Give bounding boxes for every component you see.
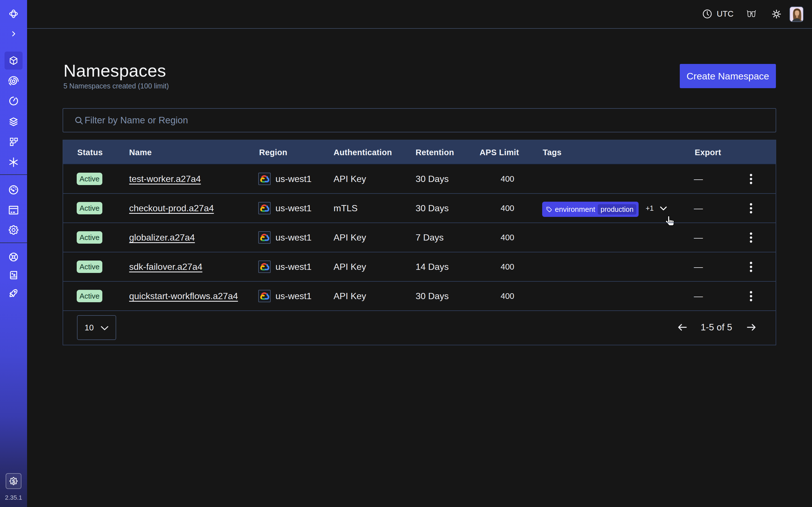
svg-text:$: $ [12, 478, 15, 484]
